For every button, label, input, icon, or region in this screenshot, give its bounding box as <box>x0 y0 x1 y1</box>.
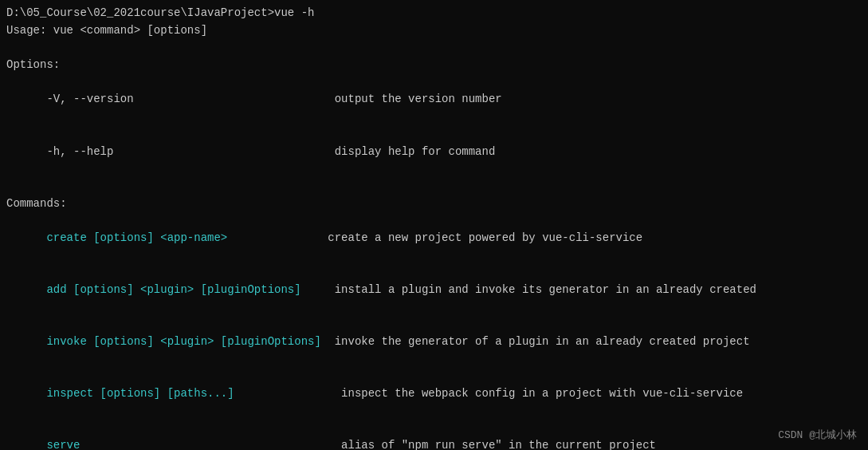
cmd-serve: serve alias of "npm run serve" in the cu… <box>6 420 862 451</box>
option-h-label: -h, --help <box>33 145 335 158</box>
prompt-top: D:\05_Course\02_2021course\IJavaProject>… <box>6 5 862 22</box>
blank-2 <box>6 178 862 195</box>
cmd-create-left: create [options] <app-name> <box>33 231 328 244</box>
cmd-serve-left: serve <box>33 439 341 450</box>
cmd-create: create [options] <app-name> create a new… <box>6 212 862 264</box>
option-v-desc: output the version number <box>335 93 502 105</box>
option-h-line: -h, --help display help for command <box>6 126 862 178</box>
watermark: CSDN @北城小林 <box>778 428 857 442</box>
usage-line: Usage: vue <command> [options] <box>6 22 862 40</box>
blank-1 <box>6 39 862 57</box>
option-v-line: -V, --version output the version number <box>6 74 862 126</box>
options-header: Options: <box>6 57 862 74</box>
cmd-inspect-left: inspect [options] [paths...] <box>33 387 341 400</box>
option-h-desc: display help for command <box>335 145 496 158</box>
cmd-invoke: invoke [options] <plugin> [pluginOptions… <box>6 316 862 368</box>
cmd-create-right: create a new project powered by vue-cli-… <box>328 231 642 244</box>
terminal-window: D:\05_Course\02_2021course\IJavaProject>… <box>0 0 868 450</box>
commands-header: Commands: <box>6 195 862 213</box>
cmd-inspect-right: inspect the webpack config in a project … <box>341 387 743 400</box>
cmd-add: add [options] <plugin> [pluginOptions] i… <box>6 264 862 316</box>
cmd-serve-right: alias of "npm run serve" in the current … <box>341 439 656 450</box>
cmd-add-right: install a plugin and invoke its generato… <box>335 283 756 296</box>
cmd-add-left: add [options] <plugin> [pluginOptions] <box>33 283 335 296</box>
cmd-invoke-right: invoke the generator of a plugin in an a… <box>335 335 750 348</box>
option-v-label: -V, --version <box>33 93 335 105</box>
cmd-inspect: inspect [options] [paths...] inspect the… <box>6 368 862 420</box>
cmd-invoke-left: invoke [options] <plugin> [pluginOptions… <box>33 335 335 348</box>
